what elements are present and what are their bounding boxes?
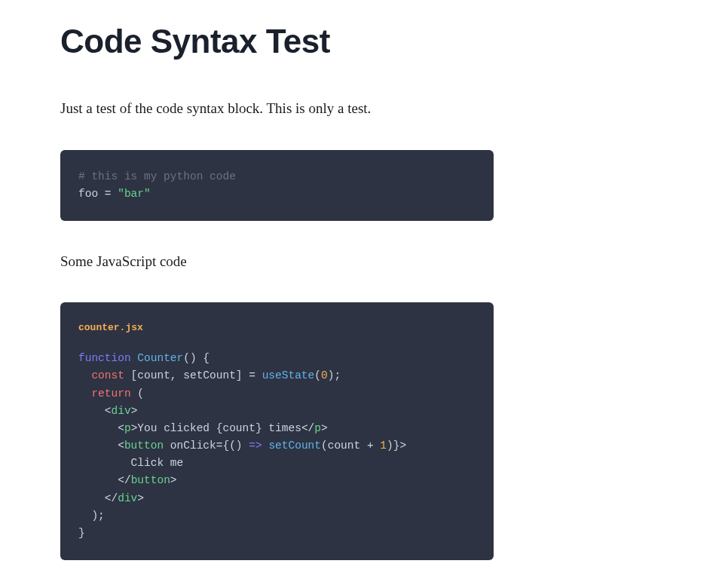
code-line: <p>You clicked {count} times</p> bbox=[78, 420, 476, 437]
page-title: Code Syntax Test bbox=[60, 23, 668, 60]
code-tag: div bbox=[112, 405, 131, 417]
code-line: const [count, setCount] = useState(0); bbox=[78, 367, 476, 384]
code-op: = bbox=[98, 188, 118, 200]
code-comment: # this is my python code bbox=[78, 170, 236, 182]
code-tag: button bbox=[124, 440, 164, 452]
code-tag: div bbox=[118, 492, 137, 504]
code-keyword: => bbox=[249, 440, 262, 452]
code-line: return ( bbox=[78, 385, 476, 403]
code-line: Click me bbox=[78, 455, 476, 472]
code-line: ); bbox=[78, 507, 476, 525]
code-var: foo bbox=[78, 188, 98, 200]
code-filename: counter.jsx bbox=[78, 320, 476, 336]
code-num: 1 bbox=[380, 440, 387, 452]
js-label: Some JavaScript code bbox=[60, 251, 668, 273]
code-line: } bbox=[78, 525, 476, 542]
code-tag: p bbox=[314, 422, 321, 434]
code-attr: onClick bbox=[170, 440, 216, 452]
code-block-jsx: counter.jsx function Counter() { const [… bbox=[60, 302, 494, 560]
code-line: <div> bbox=[78, 403, 476, 420]
code-line: # this is my python code bbox=[78, 168, 476, 185]
code-string: "bar" bbox=[118, 188, 151, 200]
code-class: Counter bbox=[137, 352, 183, 364]
code-line: function Counter() { bbox=[78, 350, 476, 367]
code-keyword: return bbox=[91, 388, 130, 400]
code-line: </div> bbox=[78, 490, 476, 507]
code-keyword: function bbox=[78, 352, 131, 364]
code-tag: button bbox=[131, 474, 170, 486]
code-num: 0 bbox=[321, 369, 328, 381]
intro-text: Just a test of the code syntax block. Th… bbox=[60, 98, 668, 120]
code-block-python: # this is my python code foo = "bar" bbox=[60, 150, 494, 221]
code-line: </button> bbox=[78, 472, 476, 489]
code-line: <button onClick={() => setCount(count + … bbox=[78, 437, 476, 455]
code-line: foo = "bar" bbox=[78, 185, 476, 203]
code-fn: useState bbox=[262, 369, 315, 381]
code-keyword: const bbox=[91, 369, 124, 381]
code-fn: setCount bbox=[268, 440, 321, 452]
code-tag: p bbox=[124, 422, 131, 434]
